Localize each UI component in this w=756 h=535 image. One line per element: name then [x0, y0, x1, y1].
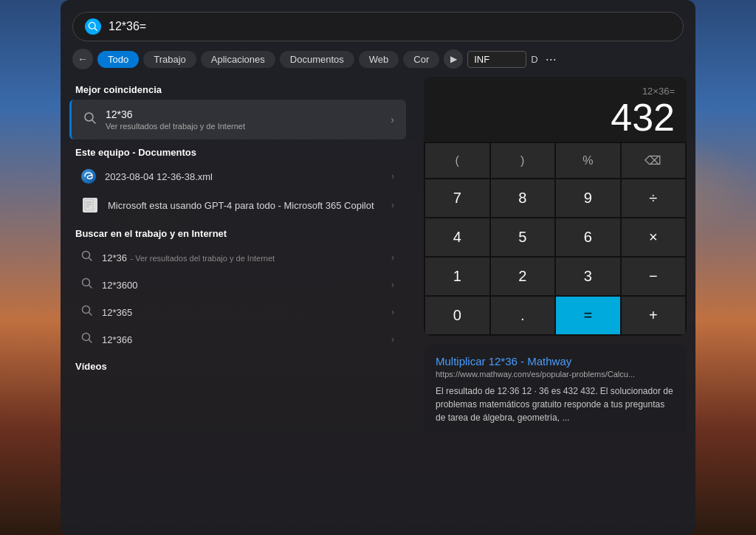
best-match-arrow: ›: [391, 114, 394, 125]
filter-more-button[interactable]: ···: [543, 52, 560, 67]
calc-btn-percent[interactable]: %: [556, 143, 620, 178]
best-match-search-icon: [83, 111, 97, 128]
calc-btn-backspace[interactable]: ⌫: [622, 143, 686, 178]
suggestion-12x36[interactable]: 12*36 - Ver resultados del trabajo y de …: [66, 244, 409, 271]
suggestion-search-icon-1: [81, 277, 93, 292]
search-panel: 12*36= ← Todo Trabajo Aplicaciones Docum…: [61, 0, 695, 535]
suggestion-sub-0: - Ver resultados del trabajo y de Intern…: [130, 254, 275, 263]
filter-input[interactable]: [467, 51, 526, 68]
suggestion-text-3: 12*366: [102, 334, 132, 345]
calc-btn-7[interactable]: 7: [425, 179, 489, 217]
filter-cor[interactable]: Cor: [403, 51, 439, 68]
svg-line-16: [89, 340, 92, 343]
file-icon: [81, 196, 99, 214]
doc-item-xml[interactable]: 2023-08-04 12-36-38.xml ›: [66, 163, 409, 190]
back-button[interactable]: ←: [72, 49, 93, 69]
doc-item-copilot[interactable]: Microsoft esta usando GPT-4 para todo - …: [66, 190, 409, 220]
doc-arrow-xml: ›: [391, 171, 394, 182]
filter-documentos[interactable]: Documentos: [280, 51, 354, 68]
suggestion-arrow-0: ›: [391, 252, 394, 263]
filter-trabajo[interactable]: Trabajo: [143, 51, 196, 68]
suggestion-text-2: 12*365: [102, 307, 132, 318]
best-match-content: 12*36 Ver resultados del trabajo y de In…: [106, 108, 245, 131]
calc-btn-9[interactable]: 9: [556, 179, 620, 217]
suggestion-12x366[interactable]: 12*366 ›: [66, 326, 409, 353]
suggestion-content-0: 12*36 - Ver resultados del trabajo y de …: [102, 251, 275, 264]
calc-btn-dot[interactable]: .: [491, 297, 555, 334]
svg-point-2: [85, 113, 93, 121]
left-panel: Mejor coincidencia 12*36 Ver resultados …: [61, 77, 415, 535]
calc-btn-open-paren[interactable]: (: [425, 143, 489, 178]
suggestion-arrow-3: ›: [391, 334, 394, 345]
section-documents-label: Este equipo - Documentos: [61, 139, 415, 162]
calc-btn-divide[interactable]: ÷: [622, 179, 686, 217]
mathway-title[interactable]: Multiplicar 12*36 - Mathway: [436, 355, 675, 367]
right-panel: 12×36= 432 ( ) % ⌫ 7 8 9 ÷ 4 5: [415, 77, 695, 535]
best-match-title: 12*36: [106, 108, 245, 120]
calc-btn-4[interactable]: 4: [425, 218, 489, 256]
filter-aplicaciones[interactable]: Aplicaciones: [201, 51, 275, 68]
search-bar[interactable]: 12*36=: [72, 12, 684, 41]
section-websearch-label: Buscar en el trabajo y en Internet: [61, 221, 415, 244]
edge-icon: [81, 169, 96, 184]
content-area: Mejor coincidencia 12*36 Ver resultados …: [61, 77, 695, 535]
svg-line-1: [94, 28, 97, 30]
calc-btn-plus[interactable]: +: [622, 297, 686, 334]
doc-arrow-copilot: ›: [391, 200, 394, 210]
suggestion-arrow-2: ›: [391, 307, 394, 317]
calculator: 12×36= 432 ( ) % ⌫ 7 8 9 ÷ 4 5: [424, 77, 687, 336]
svg-line-12: [89, 286, 92, 289]
filter-row: ← Todo Trabajo Aplicaciones Documentos W…: [61, 41, 695, 77]
search-input-value: 12*36=: [109, 20, 671, 33]
filter-todo[interactable]: Todo: [97, 51, 139, 68]
suggestion-text-1: 12*3600: [102, 280, 137, 291]
suggestion-arrow-1: ›: [391, 280, 394, 290]
calc-btn-close-paren[interactable]: ): [491, 143, 555, 178]
calc-buttons: ( ) % ⌫ 7 8 9 ÷ 4 5 6 × 1 2: [424, 142, 687, 336]
calc-btn-equals[interactable]: =: [556, 297, 620, 334]
calc-btn-multiply[interactable]: ×: [622, 218, 686, 256]
suggestion-text-0: 12*36: [102, 252, 127, 263]
best-match-subtitle: Ver resultados del trabajo y de Internet: [106, 122, 245, 131]
play-button[interactable]: ▶: [444, 49, 463, 69]
calc-btn-1[interactable]: 1: [425, 258, 489, 295]
calc-btn-2[interactable]: 2: [491, 258, 555, 295]
filter-d-label: D: [531, 54, 537, 65]
calc-result: 432: [436, 97, 675, 139]
suggestion-search-icon-0: [81, 250, 93, 265]
calc-btn-8[interactable]: 8: [491, 179, 555, 217]
suggestion-search-icon-2: [81, 305, 93, 320]
suggestion-12x3600[interactable]: 12*3600 ›: [66, 272, 409, 298]
calc-btn-0[interactable]: 0: [425, 297, 489, 334]
suggestion-12x365[interactable]: 12*365 ›: [66, 299, 409, 325]
calc-btn-5[interactable]: 5: [491, 218, 555, 256]
filter-web[interactable]: Web: [359, 51, 399, 68]
svg-line-3: [92, 120, 95, 123]
svg-line-10: [89, 258, 92, 261]
doc-title-xml: 2023-08-04 12-36-38.xml: [105, 171, 213, 182]
mathway-url: https://www.mathway.com/es/popular-probl…: [436, 370, 675, 379]
mathway-card: Multiplicar 12*36 - Mathway https://www.…: [424, 345, 687, 435]
search-icon: [85, 18, 101, 35]
calc-display: 12×36= 432: [424, 77, 687, 142]
best-match-item[interactable]: 12*36 Ver resultados del trabajo y de In…: [69, 100, 406, 139]
suggestion-search-icon-3: [81, 332, 93, 347]
calc-expression: 12×36=: [436, 86, 675, 97]
mathway-description: El resultado de 12·36 12 · 36 es 432 432…: [436, 384, 675, 424]
svg-line-14: [89, 313, 92, 316]
calc-btn-3[interactable]: 3: [556, 258, 620, 295]
section-videos-label: Vídeos: [61, 353, 415, 376]
calc-btn-minus[interactable]: −: [622, 258, 686, 295]
calc-btn-6[interactable]: 6: [556, 218, 620, 256]
doc-title-copilot: Microsoft esta usando GPT-4 para todo - …: [108, 200, 374, 211]
section-best-match-label: Mejor coincidencia: [61, 77, 415, 100]
